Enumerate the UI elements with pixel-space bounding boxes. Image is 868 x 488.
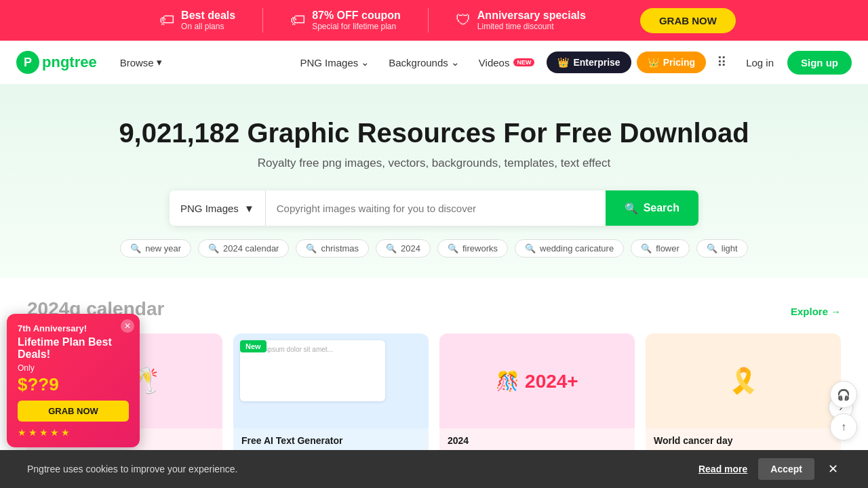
explore-link[interactable]: Explore → [791, 306, 841, 317]
cookie-close-button[interactable]: ✕ [825, 459, 841, 479]
new-badge: NEW [513, 58, 534, 66]
search-button[interactable]: 🔍 Search [606, 190, 698, 226]
chevron-down-icon: ▾ [157, 56, 162, 68]
top-banner: 🏷 Best deals On all plans 🏷 87% OFF coup… [0, 0, 868, 41]
search-tag-christmas[interactable]: 🔍 christmas [296, 239, 369, 258]
popup-stars: ★ ★ ★ ★ ★ [18, 427, 129, 438]
hero-section: 9,021,182 Graphic Resources For Free Dow… [0, 84, 868, 278]
popup-price: $??9 [18, 374, 129, 395]
search-icon: 🔍 [625, 202, 638, 215]
banner-grab-now-button[interactable]: GRAB NOW [640, 8, 736, 33]
anniversary-icon: 🛡 [456, 12, 471, 29]
search-tags: 🔍 new year 🔍 2024 calendar 🔍 christmas 🔍… [14, 239, 854, 258]
card-title-3: World cancer day [654, 435, 833, 446]
hero-title: 9,021,182 Graphic Resources For Free Dow… [14, 118, 854, 148]
enterprise-button[interactable]: 👑 Enterprise [547, 52, 631, 73]
search-tag-icon: 🔍 [306, 243, 317, 253]
card-badge-new: New [240, 340, 267, 352]
nav-videos[interactable]: Videos NEW [472, 53, 542, 73]
headphone-button[interactable]: 🎧 [830, 381, 857, 408]
search-tag-icon: 🔍 [707, 243, 717, 253]
search-bar: PNG Images ▼ 🔍 Search [170, 190, 698, 226]
logo[interactable]: P pngtree [16, 51, 97, 74]
logo-text: pngtree [42, 54, 97, 71]
chevron-down-icon-png: ⌄ [361, 56, 370, 68]
anniversary-title: Anniversary specials [477, 9, 586, 22]
search-input[interactable] [266, 190, 606, 226]
arrow-right-icon: → [831, 306, 841, 317]
cookie-bar: Pngtree uses cookies to improve your exp… [0, 450, 868, 488]
crown-icon-pricing: 👑 [648, 57, 659, 68]
nav-png-images[interactable]: PNG Images ⌄ [293, 52, 376, 73]
nav-backgrounds[interactable]: Backgrounds ⌄ [382, 52, 467, 73]
banner-deals: 🏷 Best deals On all plans [132, 9, 262, 31]
pricing-button[interactable]: 👑 Pricing [637, 52, 706, 73]
popup-close-button[interactable]: ✕ [121, 319, 134, 333]
section-header: 2024g calendar Explore → [27, 298, 841, 320]
signup-button[interactable]: Sign up [787, 51, 852, 75]
deals-icon: 🏷 [159, 12, 174, 29]
popup-only: Only [18, 363, 129, 373]
chevron-down-icon-bg: ⌄ [451, 56, 460, 68]
search-tag-2024[interactable]: 🔍 2024 [376, 239, 431, 258]
banner-coupon: 🏷 87% OFF coupon Special for lifetime pl… [263, 9, 428, 31]
search-tag-icon: 🔍 [525, 243, 536, 253]
scroll-buttons: 🎧 ↑ [830, 381, 857, 441]
cookie-read-more-link[interactable]: Read more [698, 464, 747, 474]
search-tag-wedding-caricature[interactable]: 🔍 wedding caricature [515, 239, 624, 258]
grid-icon[interactable]: ⠿ [711, 52, 732, 73]
hero-subtitle: Royalty free png images, vectors, backgr… [14, 157, 854, 170]
search-tag-light[interactable]: 🔍 light [696, 239, 748, 258]
search-tag-icon: 🔍 [448, 243, 458, 253]
search-tag-new-year[interactable]: 🔍 new year [120, 239, 191, 258]
coupon-sub: Special for lifetime plan [312, 22, 401, 31]
scroll-top-button[interactable]: ↑ [830, 413, 857, 441]
deals-title: Best deals [181, 9, 235, 22]
login-button[interactable]: Log in [738, 52, 782, 74]
search-tag-flower[interactable]: 🔍 flower [631, 239, 690, 258]
card-img-3: 🎗️ [646, 333, 841, 428]
search-type-label: PNG Images [180, 203, 239, 214]
coupon-title: 87% OFF coupon [312, 9, 401, 22]
navbar: P pngtree Browse ▾ PNG Images ⌄ Backgrou… [0, 41, 868, 84]
dropdown-arrow-icon: ▼ [244, 203, 254, 214]
search-container: PNG Images ▼ 🔍 Search [14, 190, 854, 226]
deals-sub: On all plans [181, 22, 235, 31]
logo-icon: P [16, 51, 39, 74]
search-tag-icon: 🔍 [208, 243, 219, 253]
popup-overlay: ✕ 7th Anniversary! Lifetime Plan Best De… [7, 314, 140, 447]
anniversary-sub: Limited time discount [477, 22, 586, 31]
search-tag-fireworks[interactable]: 🔍 fireworks [437, 239, 508, 258]
card-title-1: Free AI Text Generator [241, 435, 420, 446]
nav-browse[interactable]: Browse ▾ [113, 52, 169, 73]
search-tag-icon: 🔍 [130, 243, 141, 253]
card-title-2: 2024 [448, 435, 627, 446]
popup: ✕ 7th Anniversary! Lifetime Plan Best De… [7, 314, 140, 447]
popup-grab-button[interactable]: GRAB NOW [18, 401, 129, 422]
search-tag-icon: 🔍 [386, 243, 397, 253]
search-type-selector[interactable]: PNG Images ▼ [170, 190, 266, 226]
popup-title: Lifetime Plan Best Deals! [18, 336, 129, 361]
search-tag-2024-calendar[interactable]: 🔍 2024 calendar [198, 239, 289, 258]
crown-icon: 👑 [557, 57, 569, 68]
card-img-2: 🎊 2024+ [439, 333, 635, 428]
popup-anniversary: 7th Anniversary! [18, 323, 129, 333]
search-tag-icon: 🔍 [641, 243, 652, 253]
cookie-text: Pngtree uses cookies to improve your exp… [27, 464, 688, 474]
cookie-accept-button[interactable]: Accept [758, 458, 814, 480]
coupon-icon: 🏷 [290, 12, 305, 29]
banner-anniversary: 🛡 Anniversary specials Limited time disc… [429, 9, 613, 31]
